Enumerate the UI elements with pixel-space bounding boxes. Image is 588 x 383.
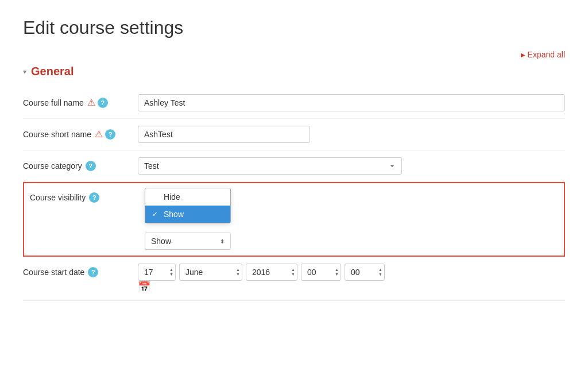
show-label: Show bbox=[164, 210, 184, 219]
course-full-name-icons: ⚠ ? bbox=[87, 98, 108, 108]
expand-all-row: ▶ Expand all bbox=[23, 50, 565, 59]
section-toggle-icon: ▾ bbox=[23, 68, 26, 76]
course-short-name-row: Course short name ⚠ ? bbox=[23, 119, 565, 150]
expand-all-button[interactable]: ▶ Expand all bbox=[521, 50, 565, 59]
course-full-name-label-cell: Course full name ⚠ ? bbox=[23, 94, 138, 109]
course-short-name-label-cell: Course short name ⚠ ? bbox=[23, 126, 138, 141]
minute-select-wrap: 00 ▲▼ bbox=[345, 264, 385, 281]
year-select-wrap: 2016 ▲▼ bbox=[246, 264, 297, 281]
course-full-name-required-icon: ⚠ bbox=[87, 98, 95, 107]
course-short-name-input[interactable] bbox=[138, 126, 310, 143]
course-visibility-help-icon[interactable]: ? bbox=[89, 192, 99, 203]
course-full-name-input[interactable] bbox=[138, 94, 565, 111]
course-category-select-wrap: Test bbox=[138, 157, 402, 175]
course-visibility-label-cell: Course visibility ? bbox=[30, 189, 145, 204]
section-title: General bbox=[31, 65, 74, 78]
course-visibility-label: Course visibility bbox=[30, 192, 86, 204]
minute-select[interactable]: 00 bbox=[345, 264, 385, 281]
course-visibility-option-show[interactable]: ✓ Show bbox=[145, 206, 230, 223]
page-container: Edit course settings ▶ Expand all ▾ Gene… bbox=[0, 0, 588, 318]
general-section-header: ▾ General bbox=[23, 65, 565, 78]
course-short-name-required-icon: ⚠ bbox=[95, 130, 103, 139]
section-toggle-button[interactable]: ▾ bbox=[23, 68, 26, 76]
course-start-date-label-cell: Course start date ? bbox=[23, 264, 138, 278]
course-full-name-input-cell bbox=[138, 94, 565, 111]
course-visibility-option-hide[interactable]: Hide bbox=[145, 188, 230, 206]
course-visibility-row: Course visibility ? Hide ✓ Show bbox=[23, 182, 565, 257]
course-start-date-help-icon[interactable]: ? bbox=[88, 267, 98, 277]
course-short-name-input-cell bbox=[138, 126, 565, 143]
year-select[interactable]: 2016 bbox=[246, 264, 297, 281]
course-category-help-icon[interactable]: ? bbox=[86, 161, 96, 171]
course-short-name-label: Course short name bbox=[23, 129, 91, 141]
expand-all-label: Expand all bbox=[528, 50, 565, 59]
course-start-date-input-cell: 17 ▲▼ January February March April May J… bbox=[138, 264, 565, 293]
page-title: Edit course settings bbox=[23, 17, 565, 38]
course-full-name-label: Course full name bbox=[23, 98, 84, 109]
course-category-row: Course category ? Test bbox=[23, 150, 565, 182]
course-visibility-dropdown: Hide ✓ Show bbox=[145, 188, 231, 223]
course-short-name-icons: ⚠ ? bbox=[95, 129, 115, 140]
course-short-name-help-icon[interactable]: ? bbox=[105, 129, 115, 140]
course-visibility-dropdown-wrapper: Hide ✓ Show Show ⬍ bbox=[145, 189, 231, 250]
month-select-wrap: January February March April May June Ju… bbox=[179, 264, 242, 281]
course-visibility-select-display[interactable]: Show ⬍ bbox=[145, 233, 231, 250]
calendar-icon[interactable]: 📅 bbox=[138, 281, 150, 293]
date-row: 17 ▲▼ January February March April May J… bbox=[138, 264, 565, 281]
day-select[interactable]: 17 bbox=[138, 264, 176, 281]
course-visibility-input-cell: Hide ✓ Show Show ⬍ bbox=[145, 189, 558, 250]
course-full-name-row: Course full name ⚠ ? bbox=[23, 87, 565, 119]
expand-all-icon: ▶ bbox=[521, 52, 525, 58]
course-category-input-cell: Test bbox=[138, 157, 565, 175]
course-category-label-cell: Course category ? bbox=[23, 157, 138, 172]
course-start-date-label: Course start date bbox=[23, 267, 84, 278]
hide-label: Hide bbox=[164, 192, 180, 202]
course-visibility-current-value: Show bbox=[151, 237, 171, 246]
course-full-name-help-icon[interactable]: ? bbox=[98, 98, 108, 108]
month-select[interactable]: January February March April May June Ju… bbox=[179, 264, 242, 281]
course-start-date-row: Course start date ? 17 ▲▼ bbox=[23, 257, 565, 301]
course-category-icons: ? bbox=[86, 161, 96, 171]
hour-select[interactable]: 00 bbox=[301, 264, 341, 281]
course-visibility-icons: ? bbox=[89, 192, 99, 203]
course-category-select[interactable]: Test bbox=[138, 157, 402, 175]
course-visibility-arrow: ⬍ bbox=[220, 238, 225, 245]
course-start-date-icons: ? bbox=[88, 267, 98, 277]
show-checkmark: ✓ bbox=[152, 210, 160, 218]
hour-select-wrap: 00 ▲▼ bbox=[301, 264, 341, 281]
course-category-label: Course category bbox=[23, 161, 82, 172]
day-select-wrap: 17 ▲▼ bbox=[138, 264, 176, 281]
